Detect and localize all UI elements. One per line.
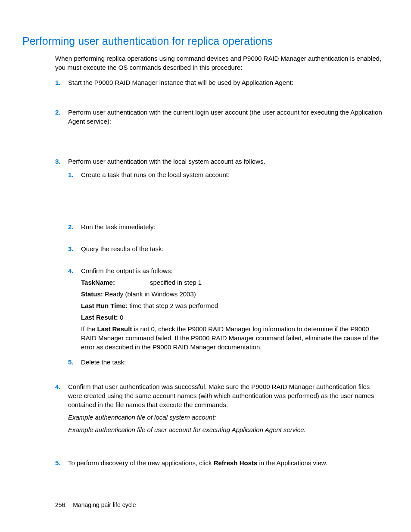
step-number: 4. — [55, 382, 61, 391]
substep-2: 2. Run the task immediately: — [68, 222, 385, 231]
step-3: 3. Perform user authentication with the … — [55, 157, 385, 367]
substep-number: 5. — [68, 358, 74, 367]
step-text: Confirm that user authentication was suc… — [68, 382, 385, 409]
step-number: 1. — [55, 78, 61, 87]
step-2: 2. Perform user authentication with the … — [55, 108, 385, 126]
taskname-value: specified in step 1 — [150, 278, 202, 287]
lastruntime-label: Last Run Time: — [81, 302, 128, 309]
lastruntime-value: time that step 2 was performed — [128, 302, 218, 309]
step5-post: in the Applications view. — [257, 459, 327, 467]
example-label-1: Example authentication file of local sys… — [68, 413, 385, 422]
substep-text: Query the results of the task: — [81, 245, 164, 252]
step-text: Perform user authentication with the cur… — [68, 109, 382, 125]
page-footer: 256 Managing pair life cycle — [55, 501, 136, 510]
note-bold: Last Result — [97, 325, 132, 333]
procedure-list: 1. Start the P9000 RAID Manager instance… — [55, 78, 385, 467]
example-label-2: Example authentication file of user acco… — [68, 425, 385, 434]
lastresult-value: 0 — [118, 314, 124, 321]
document-page: Performing user authentication for repli… — [0, 0, 411, 532]
step-text: To perform discovery of the new applicat… — [68, 459, 327, 467]
lastresult-row: Last Result: 0 — [81, 313, 385, 322]
step-1: 1. Start the P9000 RAID Manager instance… — [55, 78, 385, 87]
substep-text: Run the task immediately: — [81, 223, 156, 230]
substep-1: 1. Create a task that runs on the local … — [68, 170, 385, 179]
substep-text: Delete the task: — [81, 358, 126, 366]
substep-4-details: TaskName: specified in step 1 Status: Re… — [81, 278, 385, 352]
status-value: Ready (blank in Windows 2003) — [103, 290, 196, 298]
lastruntime-row: Last Run Time: time that step 2 was perf… — [81, 301, 385, 310]
page-number: 256 — [55, 501, 65, 508]
substep-number: 4. — [68, 266, 74, 275]
status-row: Status: Ready (blank in Windows 2003) — [81, 289, 385, 299]
substep-text: Confirm the output is as follows: — [81, 267, 173, 274]
substep-text: Create a task that runs on the local sys… — [81, 171, 230, 178]
step-text: Perform user authentication with the loc… — [68, 158, 265, 165]
step-number: 5. — [55, 458, 61, 467]
status-label: Status: — [81, 290, 103, 298]
section-heading: Performing user authentication for repli… — [22, 34, 385, 49]
step-4-body: Confirm that user authentication was suc… — [68, 382, 385, 434]
step-5: 5. To perform discovery of the new appli… — [55, 458, 385, 467]
step-text: Start the P9000 RAID Manager instance th… — [68, 79, 293, 86]
substep-number: 1. — [68, 170, 74, 179]
substep-number: 3. — [68, 244, 74, 253]
step5-bold: Refresh Hosts — [214, 459, 258, 467]
taskname-label: TaskName: — [81, 278, 150, 287]
step5-pre: To perform discovery of the new applicat… — [68, 459, 214, 467]
chapter-title: Managing pair life cycle — [73, 501, 136, 508]
substep-list: 1. Create a task that runs on the local … — [68, 170, 385, 367]
note-pre: If the — [81, 325, 97, 333]
substep-3: 3. Query the results of the task: — [68, 244, 385, 253]
step-4: 4. Confirm that user authentication was … — [55, 382, 385, 434]
taskname-row: TaskName: specified in step 1 — [81, 278, 385, 287]
substep-5: 5. Delete the task: — [68, 358, 385, 367]
substep-4: 4. Confirm the output is as follows: Tas… — [68, 266, 385, 352]
lastresult-label: Last Result: — [81, 314, 118, 321]
intro-paragraph: When performing replica operations using… — [55, 54, 385, 72]
step-number: 2. — [55, 108, 61, 117]
step-number: 3. — [55, 157, 61, 166]
lastresult-note: If the Last Result is not 0, check the P… — [81, 324, 385, 352]
substep-number: 2. — [68, 222, 74, 231]
